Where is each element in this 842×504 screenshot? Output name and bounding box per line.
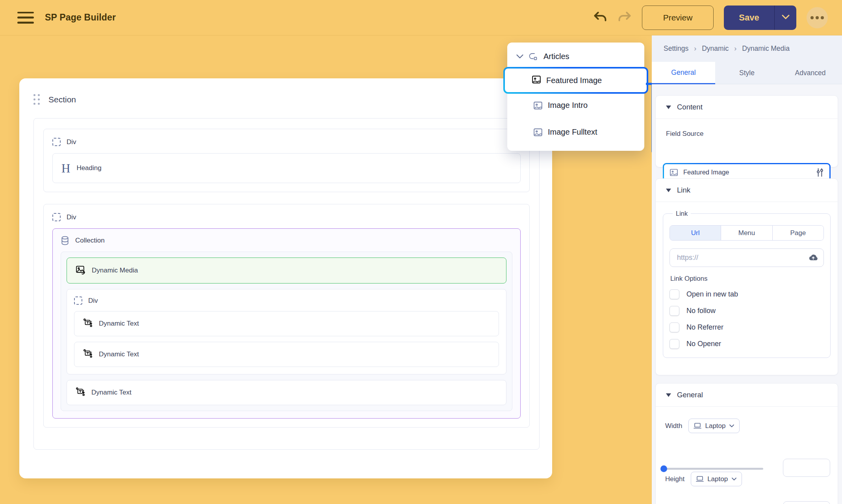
- option-no-referrer[interactable]: No Referrer: [670, 322, 824, 332]
- image-icon: [532, 75, 541, 85]
- height-device-value: Laptop: [707, 475, 728, 483]
- general-panel: General Width Laptop: [655, 383, 838, 504]
- chevron-down-icon: [731, 477, 737, 481]
- image-icon: [533, 101, 543, 110]
- link-panel: Link Link Url Menu Page: [655, 178, 838, 375]
- div-block-3-header: Div: [74, 296, 499, 305]
- collection-group-icon: [529, 52, 538, 61]
- div-block-3[interactable]: Div Dynamic Text: [67, 289, 506, 374]
- save-split-button: Save: [724, 6, 796, 30]
- width-slider-knob[interactable]: [660, 465, 667, 472]
- section-block[interactable]: Section Div H Heading Div: [19, 78, 552, 478]
- breadcrumb-dynamic[interactable]: Dynamic: [702, 44, 729, 53]
- dropdown-group-articles[interactable]: Articles: [516, 52, 569, 61]
- dynamic-text-block[interactable]: Dynamic Text: [74, 311, 499, 336]
- link-fieldset-legend: Link: [673, 210, 691, 217]
- dynamic-text-label: Dynamic Text: [91, 389, 132, 397]
- section-label: Section: [48, 95, 76, 104]
- collection-block[interactable]: Collection Dynamic Media: [52, 228, 521, 419]
- checkbox[interactable]: [670, 289, 679, 299]
- settings-sidebar: Settings › Dynamic › Dynamic Media Gener…: [652, 35, 842, 504]
- dynamic-text-icon: [83, 349, 93, 360]
- field-source-label: Field Source: [666, 130, 703, 138]
- sp-page-builder-app: SP Page Builder Preview Save: [0, 0, 842, 504]
- collection-header: Collection: [61, 236, 512, 245]
- breadcrumb-settings[interactable]: Settings: [664, 44, 688, 53]
- option-no-opener[interactable]: No Opener: [670, 339, 824, 349]
- content-panel-title: Content: [677, 103, 703, 111]
- link-type-switch: Url Menu Page: [670, 225, 824, 241]
- upload-cloud-icon[interactable]: [808, 253, 818, 262]
- drag-handle-icon[interactable]: [33, 94, 40, 105]
- section-inner-wrapper[interactable]: Div H Heading Div: [33, 118, 540, 450]
- checkbox[interactable]: [670, 339, 679, 349]
- collapse-triangle-icon: [666, 393, 671, 397]
- tab-style[interactable]: Style: [715, 62, 779, 84]
- settings-tabs: General Style Advanced: [652, 62, 842, 84]
- option-no-follow[interactable]: No follow: [670, 306, 824, 316]
- more-options-button[interactable]: [807, 7, 828, 28]
- width-device-select[interactable]: Laptop: [688, 419, 740, 433]
- link-panel-title: Link: [677, 186, 690, 195]
- content-panel-header[interactable]: Content: [656, 96, 838, 119]
- sliders-icon[interactable]: [816, 168, 824, 177]
- save-options-button[interactable]: [774, 6, 796, 30]
- dropdown-item-image-fulltext[interactable]: Image Fulltext: [533, 128, 597, 137]
- div-block-2-header: Div: [52, 213, 521, 221]
- checkbox[interactable]: [670, 322, 679, 332]
- general-panel-header[interactable]: General: [656, 384, 838, 407]
- link-type-page[interactable]: Page: [772, 226, 823, 240]
- width-slider[interactable]: [661, 468, 763, 470]
- image-icon: [670, 169, 678, 176]
- height-device-select[interactable]: Laptop: [691, 472, 742, 486]
- dynamic-text-label: Dynamic Text: [99, 350, 139, 358]
- save-button[interactable]: Save: [724, 6, 774, 30]
- dynamic-media-block[interactable]: Dynamic Media: [67, 258, 506, 284]
- option-open-in-new-tab[interactable]: Open in new tab: [670, 289, 824, 299]
- dropdown-item-label: Image Fulltext: [548, 128, 597, 137]
- checkbox[interactable]: [670, 306, 679, 316]
- tab-advanced[interactable]: Advanced: [779, 62, 842, 84]
- preview-button[interactable]: Preview: [642, 6, 714, 30]
- dropdown-group-label: Articles: [543, 52, 569, 61]
- undo-button[interactable]: [593, 11, 607, 24]
- collection-label: Collection: [75, 237, 105, 245]
- div-icon: [52, 138, 61, 146]
- app-title: SP Page Builder: [45, 12, 116, 23]
- field-source-value: Featured Image: [683, 169, 729, 176]
- div-block-1[interactable]: Div H Heading: [43, 129, 530, 192]
- height-value-input[interactable]: [783, 501, 830, 504]
- dynamic-text-block[interactable]: Dynamic Text: [74, 342, 499, 367]
- dynamic-text-block[interactable]: Dynamic Text: [67, 380, 506, 405]
- link-options-label: Link Options: [670, 275, 824, 283]
- width-value-input[interactable]: [783, 459, 830, 477]
- chevron-down-icon: [516, 54, 524, 59]
- width-device-value: Laptop: [705, 422, 725, 430]
- general-panel-title: General: [677, 391, 703, 399]
- heading-block[interactable]: H Heading: [52, 153, 521, 183]
- breadcrumb-dynamic-media[interactable]: Dynamic Media: [742, 44, 790, 53]
- div-label: Div: [67, 138, 76, 146]
- menu-icon[interactable]: [17, 12, 34, 24]
- section-header: Section: [33, 94, 540, 105]
- div-block-2[interactable]: Div Collection: [43, 204, 530, 428]
- dynamic-text-icon: [83, 318, 93, 329]
- url-input[interactable]: [670, 248, 824, 267]
- tab-general[interactable]: General: [652, 62, 715, 84]
- width-label: Width: [665, 422, 682, 430]
- redo-icon: [618, 11, 632, 24]
- dropdown-item-image-intro[interactable]: Image Intro: [533, 101, 588, 110]
- link-panel-header[interactable]: Link: [656, 179, 838, 202]
- dropdown-item-featured-image[interactable]: Featured Image: [503, 67, 648, 94]
- link-type-menu[interactable]: Menu: [721, 226, 772, 240]
- option-label: No Referrer: [686, 323, 723, 332]
- chevron-down-icon: [781, 14, 790, 21]
- link-type-url[interactable]: Url: [670, 226, 721, 240]
- dynamic-text-icon: [76, 387, 85, 398]
- chevron-right-icon: ›: [694, 44, 696, 53]
- redo-button[interactable]: [618, 11, 632, 24]
- dynamic-media-icon: [76, 265, 85, 276]
- field-source-dropdown: Articles Featured Image Image Intro: [507, 43, 644, 151]
- laptop-icon: [696, 476, 704, 482]
- div-block-1-header: Div: [52, 138, 521, 146]
